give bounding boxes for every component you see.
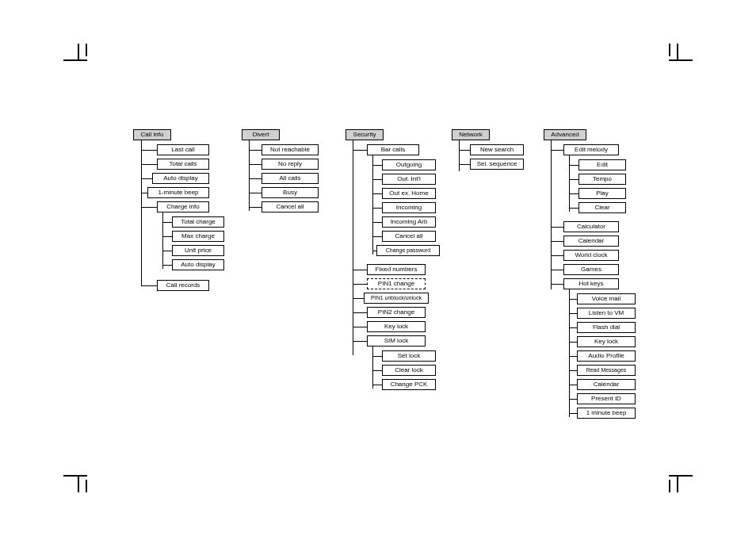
menu-sim-lock: SIM lock <box>367 335 426 346</box>
tree-line <box>249 164 262 165</box>
tree-line <box>372 165 382 166</box>
crop-mark-top-right <box>669 44 693 67</box>
item-audio-profile: Audio Profile <box>577 350 636 362</box>
item-calculator: Calculator <box>563 221 619 232</box>
item-key-lock-2: Key lock <box>577 336 636 347</box>
tree-line <box>372 370 382 371</box>
tree-line <box>353 284 367 285</box>
item-read-messages: Read Messages <box>577 365 636 376</box>
tree-line <box>141 164 157 165</box>
tree-line <box>249 150 262 151</box>
item-new-search: New search <box>470 144 524 155</box>
tree-line <box>569 179 578 180</box>
item-key-lock: Key lock <box>367 321 426 332</box>
item-max-charge: Max charge <box>172 231 224 242</box>
tree-line <box>372 236 382 237</box>
menu-security: Security <box>346 129 384 140</box>
item-calendar-2: Calendar <box>577 379 636 390</box>
tree-line <box>353 312 367 313</box>
menu-edit-melody: Edit melody <box>563 144 619 155</box>
item-incoming-arb: Incoming Arb <box>382 216 436 228</box>
tree-line <box>569 299 577 300</box>
tree-line <box>249 178 262 179</box>
tree-line <box>459 164 470 165</box>
tree-line <box>551 227 563 228</box>
item-listen-vm: Listen to VM <box>577 308 636 319</box>
item-1-minute-beep: 1-minute beep <box>147 187 209 198</box>
tree-line <box>372 356 382 357</box>
crop-mark-top-left <box>63 44 87 67</box>
tree-line <box>551 255 563 256</box>
tree-line <box>249 207 262 208</box>
item-no-reply: No reply <box>262 159 319 170</box>
item-pin1-unblock: PIN1 unblock/unlock <box>364 293 429 304</box>
item-last-call: Last call <box>157 144 209 155</box>
tree-line <box>162 251 172 251</box>
item-calendar: Calendar <box>563 235 619 247</box>
tree-line <box>459 150 470 151</box>
tree-line <box>551 241 563 242</box>
tree-line <box>141 285 157 286</box>
item-voice-mail: Voice mail <box>577 293 636 304</box>
item-out-intl: Out. Int'l <box>382 174 436 185</box>
item-auto-display-2: Auto display <box>172 259 224 270</box>
item-tempo: Tempo <box>578 174 626 185</box>
crop-mark-bottom-right <box>669 469 693 492</box>
item-change-pck: Change PCK <box>382 379 436 390</box>
item-all-calls: All calls <box>262 173 319 184</box>
item-unit-price: Unit price <box>172 245 224 256</box>
tree-line <box>141 178 152 179</box>
tree-line <box>569 370 577 371</box>
menu-charge-info: Charge info <box>157 201 209 212</box>
tree-line <box>353 140 353 355</box>
item-1-minute-beep-2: 1 minute beep <box>577 408 636 419</box>
item-sel-sequence: Sel. sequence <box>470 159 524 170</box>
tree-line <box>372 385 382 385</box>
tree-line <box>551 270 563 270</box>
item-busy: Busy <box>262 187 319 198</box>
item-cancel-all: Cancel all <box>262 201 319 212</box>
item-pin2-change: PIN2 change <box>367 307 426 318</box>
item-flash-dial: Flash dial <box>577 322 636 333</box>
tree-line <box>551 140 552 289</box>
tree-line <box>372 193 382 194</box>
tree-line <box>569 399 577 400</box>
tree-line <box>353 298 364 299</box>
tree-line <box>372 346 373 389</box>
tree-line <box>569 327 577 328</box>
tree-line <box>372 208 382 209</box>
item-call-records: Call records <box>157 280 209 291</box>
tree-line <box>569 356 577 357</box>
item-clear-lock: Clear lock <box>382 365 436 376</box>
item-games: Games <box>563 264 619 275</box>
item-auto-display: Auto display <box>152 173 209 184</box>
tree-line <box>353 270 367 270</box>
tree-line <box>162 212 163 269</box>
tree-line <box>249 193 262 193</box>
tree-line <box>569 413 577 414</box>
tree-line <box>353 150 367 151</box>
crop-mark-bottom-left <box>63 469 87 492</box>
tree-line <box>141 150 157 151</box>
tree-line <box>569 165 578 166</box>
tree-line <box>162 222 172 223</box>
tree-line <box>459 140 460 171</box>
item-set-lock: Set lock <box>382 350 436 362</box>
item-edit: Edit <box>578 159 626 170</box>
tree-line <box>551 284 563 285</box>
item-play: Play <box>578 188 626 199</box>
menu-divert: Divert <box>242 129 280 140</box>
tree-line <box>353 341 367 342</box>
item-total-charge: Total charge <box>172 216 224 228</box>
item-change-password: Change password <box>376 245 440 256</box>
item-out-ex-home: Out ex. Home <box>382 188 436 199</box>
tree-line <box>372 155 373 255</box>
menu-call-info: Call info <box>133 129 171 140</box>
menu-advanced: Advanced <box>544 129 586 140</box>
tree-line <box>569 313 577 314</box>
item-cancel-all-2: Cancel all <box>382 231 436 242</box>
tree-line <box>569 208 578 209</box>
tree-line <box>162 265 172 266</box>
tree-line <box>569 289 570 417</box>
tree-line <box>141 207 157 208</box>
